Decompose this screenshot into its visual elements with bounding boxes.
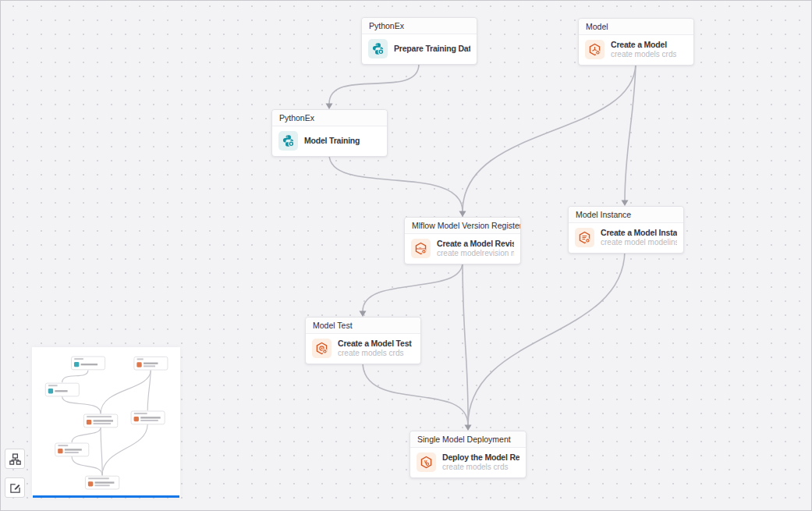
workflow-canvas[interactable]: PythonEx Prepare Training Data Model [0,0,812,511]
node-subtitle: create modelrevision ml... [437,249,514,258]
node-create-a-model-instance[interactable]: Model Instance Create a Model Instance c… [568,206,684,254]
arrowhead [459,211,466,218]
node-header: PythonEx [272,110,387,126]
node-title: Prepare Training Data [394,44,470,54]
arrowhead [360,311,367,318]
node-header: Model Test [306,318,420,334]
node-model-training[interactable]: PythonEx Model Training [271,109,388,157]
node-header: Mlflow Model Version Register [405,218,520,234]
edge [625,64,636,200]
mlflow-icon: mlflow [411,239,431,258]
edge [363,262,463,311]
edge [463,262,468,425]
node-header: PythonEx [362,18,477,34]
minimap-node [85,476,119,489]
node-header: Single Model Deployment [410,431,526,448]
node-prepare-training-data[interactable]: PythonEx Prepare Training Data [361,17,477,65]
node-subtitle: create models crds [611,50,676,59]
node-title: Model Training [304,136,360,146]
node-subtitle: create models crds [338,349,412,358]
arrowhead [465,425,472,431]
minimap-node [55,443,89,456]
minimap-preview [32,347,180,498]
node-subtitle: create model modelinst... [601,238,677,247]
edge [329,154,463,211]
auto-layout-button[interactable] [5,449,25,469]
model-test-icon [312,339,332,358]
python-icon [368,39,388,59]
minimap-node [131,411,165,424]
python-icon [278,131,298,151]
minimap-node [134,357,168,370]
model-icon [585,40,605,59]
model-instance-icon [575,228,594,247]
node-title: Deploy the Model Revi... [442,452,519,463]
minimap-toggle-button[interactable] [5,477,25,498]
node-header: Model Instance [569,207,683,223]
edge [463,64,636,211]
arrowhead [622,200,629,207]
org-chart-icon [9,453,21,465]
node-title: Create a Model Test [338,339,412,349]
node-create-a-model[interactable]: Model Create a Model create models crds [578,18,694,66]
minimap-viewport[interactable] [33,495,179,498]
deploy-icon: v [417,452,436,472]
minimap-node [83,414,117,428]
node-header: Model [579,19,693,35]
node-title: Create a Model Revision [437,239,514,249]
node-title: Create a Model [611,40,676,50]
minimap-node [72,357,105,370]
edge [363,362,468,425]
node-create-a-model-revision[interactable]: Mlflow Model Version Register mlflow Cre… [404,217,521,264]
node-create-a-model-test[interactable]: Model Test Create a Model Test create mo… [305,317,421,364]
edit-box-icon [9,482,21,494]
edge [329,64,419,104]
node-title: Create a Model Instance [601,228,677,238]
node-deploy-the-model-revision[interactable]: Single Model Deployment v Deploy the Mod… [410,431,527,478]
edge [468,251,625,425]
minimap[interactable] [32,347,180,498]
minimap-node [45,383,79,396]
arrowhead [326,104,333,110]
node-subtitle: create models crds [442,463,519,472]
